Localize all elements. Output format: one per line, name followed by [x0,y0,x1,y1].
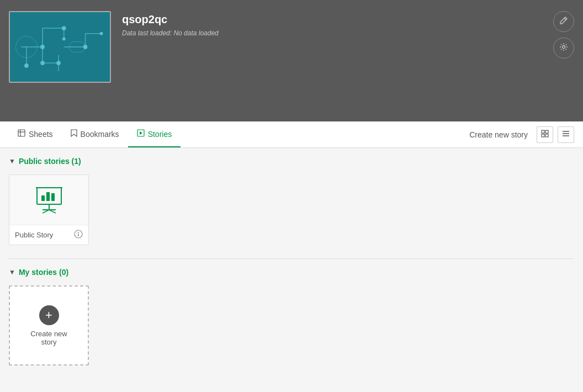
svg-point-13 [40,45,45,49]
info-icon[interactable] [74,230,83,240]
create-card-label: Create newstory [30,330,67,346]
app-subtitle: Data last loaded: No data loaded [122,29,219,37]
public-stories-chevron: ▼ [9,157,15,165]
grid-icon [541,130,549,139]
svg-point-20 [62,38,66,41]
svg-line-23 [564,18,566,20]
my-stories-title: My stories (0) [19,268,68,277]
tab-bookmarks[interactable]: Bookmarks [62,121,128,147]
edit-button[interactable] [553,11,574,32]
story-card-name: Public Story [15,231,53,239]
svg-point-16 [40,61,45,65]
public-stories-header[interactable]: ▼ Public stories (1) [9,157,574,166]
main-content: ▼ Public stories (1) [0,148,583,388]
bookmark-icon [71,129,77,139]
list-icon [562,130,570,139]
section-divider [9,258,574,259]
story-card-footer: Public Story [9,225,88,245]
nav-actions: Create new story [465,126,574,143]
app-header: qsop2qc Data last loaded: No data loaded [0,0,583,121]
add-icon: + [39,305,59,325]
story-card-public[interactable]: Public Story [9,174,89,245]
app-title: qsop2qc [122,13,219,26]
svg-point-14 [62,26,66,30]
svg-rect-30 [542,130,544,133]
settings-button[interactable] [553,38,574,59]
public-stories-title: Public stories (1) [19,157,81,166]
tab-bookmarks-label: Bookmarks [81,130,119,139]
my-stories-grid: + Create newstory [9,285,574,365]
tab-sheets-label: Sheets [29,130,53,139]
public-stories-grid: Public Story [9,174,574,245]
svg-point-17 [56,61,61,65]
grid-view-button[interactable] [537,126,553,143]
svg-point-48 [78,232,79,233]
svg-rect-39 [46,192,50,201]
stories-icon [137,129,145,139]
create-new-story-card[interactable]: + Create newstory [9,285,89,365]
app-info: qsop2qc Data last loaded: No data loaded [122,13,219,37]
svg-point-18 [24,63,29,68]
tab-stories-label: Stories [148,130,172,139]
svg-point-19 [100,32,103,35]
svg-rect-33 [545,134,548,137]
svg-rect-31 [545,130,548,133]
tab-stories[interactable]: Stories [128,121,181,147]
tab-sheets[interactable]: Sheets [9,121,62,147]
svg-rect-40 [51,193,55,201]
my-stories-chevron: ▼ [9,268,15,276]
story-card-thumb [9,175,88,225]
svg-point-24 [563,46,565,49]
svg-rect-25 [18,130,25,136]
sheets-icon [18,129,25,139]
header-actions [553,11,574,59]
app-thumbnail [9,11,111,83]
edit-icon [559,16,568,27]
nav-tabs: Sheets Bookmarks Stories [9,121,465,147]
gear-icon [559,43,568,54]
list-view-button[interactable] [558,126,574,143]
my-stories-header[interactable]: ▼ My stories (0) [9,268,574,277]
navbar: Sheets Bookmarks Stories Create new stor… [0,121,583,148]
svg-rect-38 [41,195,45,201]
svg-rect-32 [542,134,544,137]
create-new-story-button[interactable]: Create new story [465,128,532,141]
svg-marker-29 [140,131,142,135]
